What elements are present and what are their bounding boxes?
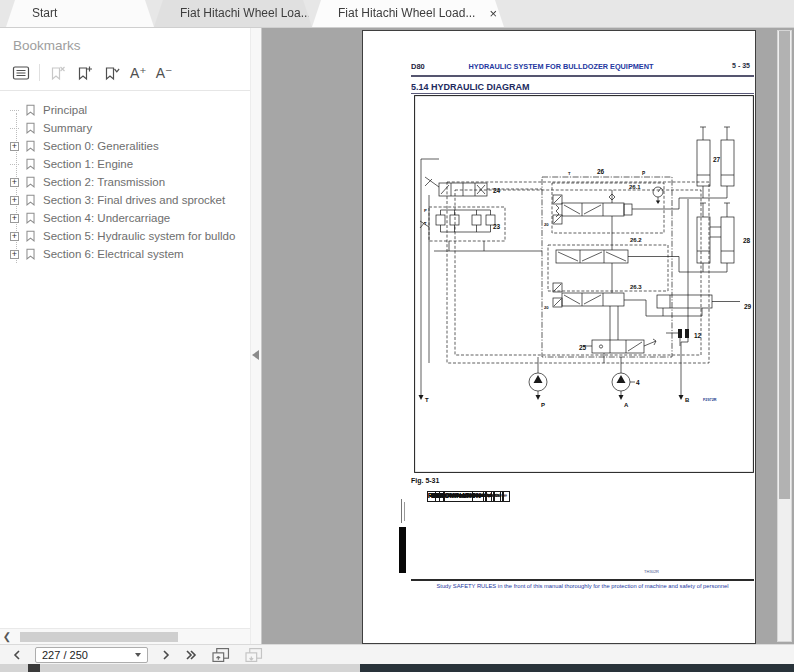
table-ref-code: TH302R bbox=[593, 569, 659, 574]
diagram-label: F2972R bbox=[703, 398, 717, 402]
footer-rule bbox=[411, 579, 754, 581]
diagram-label: 28 bbox=[743, 237, 751, 244]
margin-tick bbox=[401, 499, 402, 523]
tab-document-2[interactable]: Fiat Hitachi Wheel Load... × bbox=[312, 0, 504, 27]
decrease-font-icon[interactable]: A⁻ bbox=[156, 65, 173, 81]
pdf-reader-window: Start Fiat Hitachi Wheel Loa... Fiat Hit… bbox=[0, 0, 794, 672]
taskbar-strip bbox=[360, 664, 794, 672]
previous-page-icon[interactable] bbox=[12, 649, 22, 661]
bookmarks-toolbar: A⁺ A⁻ bbox=[0, 53, 261, 83]
panel-collapse-handle[interactable] bbox=[252, 350, 259, 360]
bookmark-label: Summary bbox=[43, 122, 92, 134]
next-page-icon[interactable] bbox=[161, 649, 171, 661]
add-bookmark-icon[interactable] bbox=[76, 65, 94, 81]
hscroll-thumb[interactable] bbox=[20, 632, 178, 642]
diagram-label: T bbox=[568, 171, 571, 176]
diagram-label: 23 bbox=[493, 223, 501, 230]
bookmark-label: Section 4: Undercarriage bbox=[43, 212, 170, 224]
doc-page-number: 5 - 35 bbox=[732, 62, 750, 69]
bookmark-item[interactable]: + Section 2: Transmission bbox=[0, 173, 261, 191]
bookmark-label: Section 0: Generalities bbox=[43, 140, 159, 152]
diagram-label: T bbox=[424, 221, 427, 226]
bookmarks-hscrollbar[interactable]: ❮ ❯ bbox=[0, 628, 261, 644]
bookmark-flag-icon bbox=[24, 193, 37, 207]
bookmark-item[interactable]: + Section 5: Hydraulic system for bulldo bbox=[0, 227, 261, 245]
diagram-label: P bbox=[541, 402, 545, 408]
bookmark-expand-toggle[interactable]: + bbox=[10, 214, 19, 223]
bookmark-label: Section 1: Engine bbox=[43, 158, 133, 170]
diagram-label: P bbox=[642, 171, 646, 176]
delete-bookmark-icon[interactable] bbox=[49, 65, 67, 81]
bookmark-flag-icon bbox=[24, 211, 37, 225]
bookmark-item[interactable]: + Section 4: Undercarriage bbox=[0, 209, 261, 227]
toolbar-divider bbox=[0, 90, 261, 91]
bookmark-flag-icon bbox=[24, 121, 37, 135]
bookmark-expand-toggle[interactable]: + bbox=[10, 178, 19, 187]
header-rule bbox=[411, 75, 754, 77]
increase-font-icon[interactable]: A⁺ bbox=[130, 65, 147, 81]
margin-tick bbox=[404, 502, 405, 521]
bookmark-item[interactable]: Summary bbox=[0, 119, 261, 137]
window-bottom-strip bbox=[0, 664, 794, 672]
last-page-icon[interactable] bbox=[184, 649, 198, 661]
diagram-label: 26.2 bbox=[630, 237, 642, 243]
diagram-label: 12 bbox=[694, 332, 702, 339]
document-canvas: D80 HYDRAULIC SYSTEM FOR BULLDOZER EQUIP… bbox=[262, 28, 794, 644]
document-vscrollbar[interactable] bbox=[777, 30, 792, 642]
status-bar: 227 / 250 bbox=[0, 644, 794, 664]
bookmark-item[interactable]: + Section 3: Final drives and sprocket bbox=[0, 191, 261, 209]
bookmark-item[interactable]: + Section 0: Generalities bbox=[0, 137, 261, 155]
tab-close-icon[interactable]: × bbox=[489, 7, 497, 20]
tab-document-1[interactable]: Fiat Hitachi Wheel Loa... bbox=[154, 0, 312, 27]
bottom-strip-left bbox=[0, 664, 360, 672]
bookmarks-panel-title: Bookmarks bbox=[0, 28, 261, 53]
vscroll-thumb[interactable] bbox=[779, 31, 790, 499]
tab-start[interactable]: Start bbox=[6, 0, 154, 27]
diagram-label: A bbox=[624, 402, 629, 408]
diagram-label: 20 bbox=[544, 305, 549, 310]
bookmark-label: Section 5: Hydraulic system for bulldo bbox=[43, 230, 235, 242]
tab-label: Fiat Hitachi Wheel Load... bbox=[338, 0, 475, 27]
diagram-label: 4 bbox=[636, 379, 640, 386]
toolbar-separator bbox=[39, 64, 40, 81]
bookmark-expand-toggle[interactable]: + bbox=[10, 142, 19, 151]
bottom-strip-mark bbox=[28, 664, 40, 672]
bookmark-label: Principal bbox=[43, 104, 87, 116]
bookmark-flag-icon bbox=[24, 175, 37, 189]
panel-gutter bbox=[250, 28, 261, 644]
diagram-label: T bbox=[425, 397, 429, 403]
page-indicator-input[interactable]: 227 / 250 bbox=[35, 647, 148, 663]
diagram-label: 26.3 bbox=[630, 284, 642, 290]
bookmark-flag-icon bbox=[24, 139, 37, 153]
bookmark-expand-toggle[interactable]: + bbox=[10, 196, 19, 205]
page-dropdown-caret-icon[interactable] bbox=[135, 653, 141, 657]
heading-rule bbox=[411, 93, 754, 94]
previous-view-icon[interactable] bbox=[211, 647, 231, 663]
diagram-label: 24 bbox=[493, 187, 501, 194]
safety-note: Study SAFETY RULES in the front of this … bbox=[411, 583, 754, 589]
bookmark-expand-toggle[interactable]: + bbox=[10, 250, 19, 259]
scroll-left-icon[interactable]: ❮ bbox=[0, 629, 14, 644]
hydraulic-diagram: 2423PT26TP26.126.226.3202025124272829TPA… bbox=[414, 95, 754, 475]
bookmark-item[interactable]: + Section 6: Electrical system bbox=[0, 245, 261, 263]
bookmark-flag-icon bbox=[24, 157, 37, 171]
denomination-cell: Blade tilting cylinder bbox=[427, 491, 487, 502]
hscroll-track[interactable] bbox=[14, 632, 247, 642]
bookmark-label: Section 6: Electrical system bbox=[43, 248, 184, 260]
section-heading: 5.14 HYDRAULIC DIAGRAM bbox=[411, 82, 530, 92]
diagram-label: 20 bbox=[544, 222, 549, 227]
diagram-label: P bbox=[424, 208, 427, 213]
diagram-label: 27 bbox=[713, 156, 721, 163]
bookmark-item[interactable]: Principal bbox=[0, 101, 261, 119]
bookmark-options-icon[interactable] bbox=[12, 65, 30, 81]
next-view-icon[interactable] bbox=[244, 647, 264, 663]
bookmark-menu-icon[interactable] bbox=[103, 65, 121, 81]
bookmark-item[interactable]: Section 1: Engine bbox=[0, 155, 261, 173]
tab-bar: Start Fiat Hitachi Wheel Loa... Fiat Hit… bbox=[0, 0, 794, 28]
page-indicator-value: 227 / 250 bbox=[42, 649, 88, 661]
bookmark-expand-toggle[interactable]: + bbox=[10, 232, 19, 241]
bookmarks-list: Principal Summary+ Section 0: Generaliti… bbox=[0, 101, 261, 263]
tab-label: Start bbox=[32, 0, 57, 27]
tree-stub bbox=[10, 164, 19, 165]
diagram-label: 26 bbox=[597, 168, 605, 175]
